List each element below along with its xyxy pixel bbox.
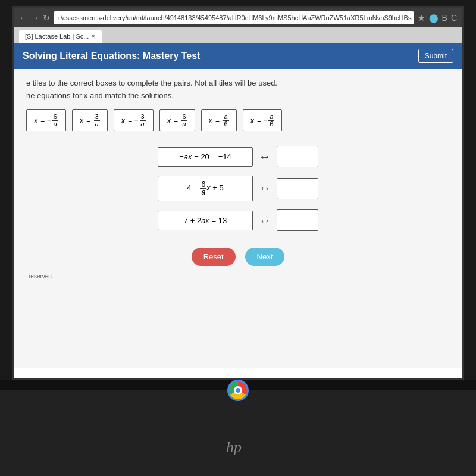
tab-label: [S] Lactase Lab | Sc... [25, 33, 89, 40]
profile-icon[interactable]: B [442, 13, 447, 23]
arrow-2: ↔ [259, 181, 271, 195]
svg-text:hp: hp [226, 439, 242, 455]
star-icon[interactable]: ★ [418, 13, 425, 23]
refresh-icon[interactable]: ↻ [43, 13, 50, 23]
equation-box-3: 7 + 2ax = 13 [158, 211, 253, 230]
url-bar[interactable]: r/assessments-delivery/ua/mt/launch/4914… [54, 11, 414, 24]
equation-row-1: −ax − 20 = −14 ↔ [158, 146, 318, 167]
buttons-row: Reset Next [26, 248, 450, 266]
page-title: Solving Literal Equations: Mastery Test [23, 51, 200, 61]
ext-icon[interactable]: C [451, 13, 457, 23]
page-header: Solving Literal Equations: Mastery Test … [14, 43, 462, 69]
chrome-center [234, 386, 242, 394]
forward-icon[interactable]: → [31, 13, 39, 23]
drop-box-1[interactable] [277, 146, 318, 167]
arrow-1: ↔ [259, 150, 271, 164]
back-icon[interactable]: ← [19, 13, 27, 23]
tile-4[interactable]: x = 6a [159, 109, 195, 131]
tile-1[interactable]: x = −6a [26, 109, 66, 131]
tile-2[interactable]: x = 3a [72, 109, 108, 131]
drop-box-2[interactable] [277, 178, 318, 199]
equation-box-1: −ax − 20 = −14 [158, 147, 253, 167]
arrow-3: ↔ [259, 214, 271, 227]
url-text: r/assessments-delivery/ua/mt/launch/4914… [58, 14, 414, 21]
equation-box-2: 4 = 6ax + 5 [158, 176, 253, 201]
hp-logo: hp [223, 434, 253, 458]
instruction-line2: he equations for x and match the solutio… [26, 91, 450, 100]
equation-row-3: 7 + 2ax = 13 ↔ [158, 209, 318, 231]
instruction-line1: e tiles to the correct boxes to complete… [26, 79, 450, 87]
tile-5[interactable]: x = a6 [201, 109, 237, 131]
equation-row-2: 4 = 6ax + 5 ↔ [158, 176, 318, 201]
menu-icon[interactable]: ⬤ [429, 13, 439, 23]
laptop-outer: ← → ↻ r/assessments-delivery/ua/mt/launc… [0, 0, 476, 476]
screen: ← → ↻ r/assessments-delivery/ua/mt/launc… [12, 6, 464, 381]
browser-bar: ← → ↻ r/assessments-delivery/ua/mt/launc… [14, 8, 462, 27]
reset-button[interactable]: Reset [192, 248, 236, 266]
tab-bar: [S] Lactase Lab | Sc... ✕ [14, 27, 462, 43]
active-tab[interactable]: [S] Lactase Lab | Sc... ✕ [19, 30, 102, 43]
drop-box-3[interactable] [277, 209, 318, 231]
tile-6[interactable]: x = −a6 [243, 109, 283, 131]
tab-close-icon[interactable]: ✕ [91, 33, 96, 39]
chrome-icon [227, 380, 249, 401]
equations-area: −ax − 20 = −14 ↔ 4 = 6ax + 5 ↔ 7 + [26, 146, 450, 231]
main-content: e tiles to the correct boxes to complete… [14, 69, 462, 368]
tile-options-row: x = −6a x = 3a x = −3a [26, 109, 450, 131]
tile-3[interactable]: x = −3a [114, 109, 154, 131]
laptop-body: hp [0, 390, 476, 476]
reserved-text: reserved. [29, 273, 54, 280]
next-button[interactable]: Next [245, 248, 285, 266]
submit-button[interactable]: Submit [418, 49, 453, 63]
